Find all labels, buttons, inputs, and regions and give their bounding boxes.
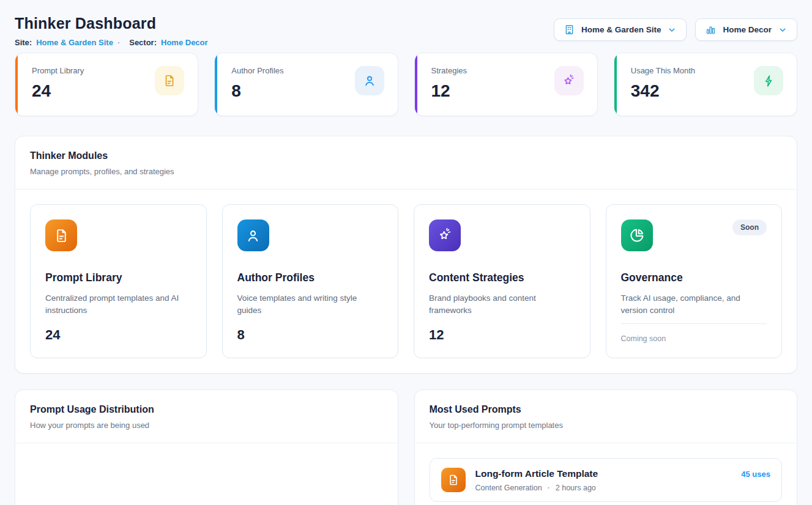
stat-value: 12 [431,81,467,101]
star-sparkle-icon [429,219,461,251]
accent-bar [614,53,617,116]
document-icon [155,66,184,95]
sector-label: Sector: [129,38,157,47]
person-icon [355,66,384,95]
divider [621,323,767,324]
stat-value: 8 [231,81,283,101]
module-title: Content Strategies [429,271,575,284]
stat-card-prompt-library: Prompt Library 24 [15,53,198,116]
module-count: 12 [429,327,575,343]
usage-donut-chart: 15% [15,443,398,505]
prompt-category: Content Generation [475,484,542,492]
breadcrumb: Site: Home & Garden Site · Sector: Home … [15,38,208,47]
chevron-down-icon [667,25,677,35]
module-description: Centralized prompt templates and AI inst… [45,292,192,317]
prompt-time: 2 hours ago [556,484,596,492]
module-description: Voice templates and writing style guides [237,292,384,317]
prompt-list-item[interactable]: Long-form Article Template Content Gener… [430,458,783,502]
document-icon [441,468,466,492]
module-card-governance[interactable]: Soon Governance Track AI usage, complian… [606,204,783,358]
prompt-name: Long-form Article Template [475,468,732,479]
bottom-row: Prompt Usage Distribution How your promp… [15,389,797,505]
modules-grid: Prompt Library Centralized prompt templa… [15,190,797,373]
stat-card-usage-this-month: Usage This Month 342 [614,53,797,116]
meta-dot-separator: · [117,38,120,47]
prompt-usage-distribution-card: Prompt Usage Distribution How your promp… [15,389,398,505]
page-title: Thinker Dashboard [15,15,208,32]
person-icon [237,219,269,251]
header-left: Thinker Dashboard Site: Home & Garden Si… [15,15,208,47]
stats-row: Prompt Library 24 Author Profiles 8 Stra… [15,53,797,116]
accent-bar [15,53,18,116]
stat-label: Author Profiles [231,66,283,75]
dashboard-page: Thinker Dashboard Site: Home & Garden Si… [0,0,812,505]
stat-card-author-profiles: Author Profiles 8 [214,53,398,116]
module-description: Brand playbooks and content frameworks [429,292,575,317]
most-used-prompts-card: Most Used Prompts Your top-performing pr… [414,389,798,505]
stat-label: Strategies [431,66,467,75]
stat-label: Usage This Month [631,66,695,75]
prompt-uses-count: 45 uses [741,470,770,479]
module-title: Governance [621,271,767,284]
module-title: Author Profiles [237,271,384,284]
bolt-icon [754,66,783,95]
stat-value: 342 [631,81,695,101]
chart-title: Prompt Usage Distribution [30,404,383,415]
modules-title: Thinker Modules [30,150,782,161]
document-icon [45,219,77,251]
star-sparkle-icon [554,66,584,95]
sector-selector-dropdown[interactable]: Home Decor [695,18,797,41]
pie-chart-icon [621,219,653,251]
soon-badge: Soon [732,219,767,235]
meta-dot-separator: · [548,484,550,492]
stat-value: 24 [32,81,84,101]
thinker-modules-panel: Thinker Modules Manage prompts, profiles… [15,136,797,374]
chevron-down-icon [778,25,788,35]
coming-soon-text: Coming soon [621,334,767,343]
bar-chart-icon [705,24,717,35]
module-count: 8 [237,327,384,343]
modules-subtitle: Manage prompts, profiles, and strategies [30,167,782,176]
module-description: Track AI usage, compliance, and version … [621,292,767,317]
module-card-prompt-library[interactable]: Prompt Library Centralized prompt templa… [30,204,207,358]
list-title: Most Used Prompts [430,404,783,415]
module-card-author-profiles[interactable]: Author Profiles Voice templates and writ… [222,204,399,358]
accent-bar [415,53,417,116]
site-link[interactable]: Home & Garden Site [36,38,113,47]
sector-link[interactable]: Home Decor [161,38,208,47]
module-count: 24 [45,327,192,343]
stat-label: Prompt Library [32,66,84,75]
site-label: Site: [15,38,32,47]
module-title: Prompt Library [45,271,192,284]
list-subtitle: Your top-performing prompt templates [430,421,783,430]
sector-selector-label: Home Decor [723,25,772,34]
page-header: Thinker Dashboard Site: Home & Garden Si… [15,15,797,47]
module-card-content-strategies[interactable]: Content Strategies Brand playbooks and c… [414,204,590,358]
building-icon [564,24,575,35]
stat-card-strategies: Strategies 12 [414,53,598,116]
site-selector-dropdown[interactable]: Home & Garden Site [554,18,687,41]
header-actions: Home & Garden Site Home Decor [554,18,797,41]
site-selector-label: Home & Garden Site [581,25,661,34]
accent-bar [215,53,217,116]
chart-subtitle: How your prompts are being used [30,421,383,430]
donut-chart-area: 15% [15,443,398,505]
divider [415,443,797,443]
